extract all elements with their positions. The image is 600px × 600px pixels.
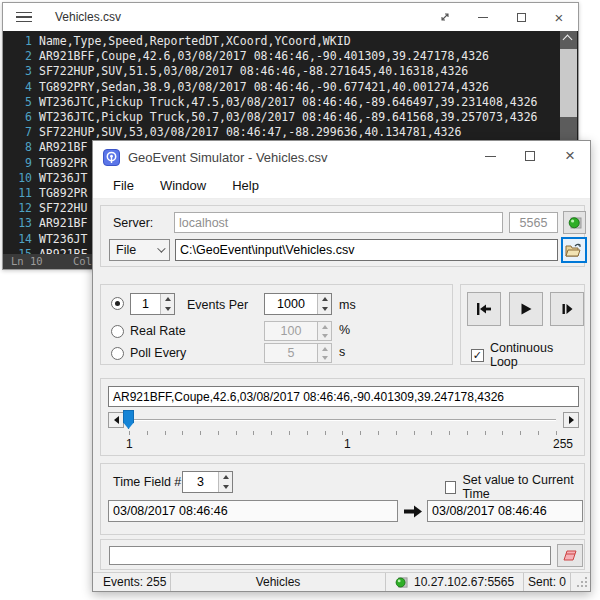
source-type-select[interactable]: File: [109, 239, 170, 261]
real-rate-radio[interactable]: [111, 325, 124, 338]
time-field-spinner[interactable]: 3: [182, 471, 233, 493]
spin-down-icon[interactable]: [161, 304, 174, 314]
interval-ms-spinner[interactable]: 1000: [264, 293, 332, 315]
close-button[interactable]: ×: [550, 141, 590, 171]
set-current-time-checkbox[interactable]: [445, 481, 456, 494]
source-type-value: File: [116, 243, 136, 257]
simulator-titlebar: GeoEvent Simulator - Vehicles.csv ×: [93, 141, 590, 173]
menu-help[interactable]: Help: [232, 178, 259, 193]
rewind-to-start-button[interactable]: [467, 292, 501, 326]
skip-to-start-icon: [475, 301, 493, 317]
event-count-spinner[interactable]: 1: [130, 293, 175, 315]
close-icon: ×: [565, 146, 575, 166]
csv-line: 6WT236JTC,Pickup Truck,50.7,03/08/2017 0…: [3, 110, 578, 125]
set-current-time-option[interactable]: Set value to Current Time: [445, 473, 584, 501]
slider-tick: [378, 431, 379, 435]
connection-status-icon: [568, 216, 582, 230]
spin-down-icon[interactable]: [219, 482, 232, 492]
feed-name: Vehicles: [256, 575, 301, 589]
slider-left-button[interactable]: [108, 412, 124, 428]
minimize-icon: [478, 17, 488, 18]
browse-button[interactable]: [561, 237, 587, 263]
maximize-button[interactable]: [510, 141, 550, 171]
slider-thumb[interactable]: [123, 410, 134, 429]
events-count: Events: 255: [103, 575, 166, 589]
rate-groupbox: 1 Events Per 1000 ms Real Rate 100 % Pol…: [100, 284, 453, 365]
maximize-button[interactable]: [502, 3, 540, 31]
real-rate-spinner[interactable]: 100: [264, 321, 332, 341]
poll-every-radio[interactable]: [111, 347, 124, 360]
clear-button[interactable]: [557, 544, 583, 567]
percent-unit-label: %: [339, 323, 350, 337]
time-to-field[interactable]: 03/08/2017 08:46:46: [427, 500, 583, 522]
resize-grip[interactable]: [576, 576, 588, 588]
line-number: 14: [3, 232, 39, 247]
geoevent-app-icon: [103, 149, 120, 166]
sent-count-segment: Sent: 0: [524, 573, 571, 591]
file-path-input[interactable]: C:\GeoEvent\input\Vehicles.csv: [175, 239, 558, 261]
spin-up-icon[interactable]: [161, 294, 174, 304]
line-number: 9: [3, 156, 39, 171]
endpoint-address: 10.27.102.67:5565: [414, 575, 514, 589]
line-text: AR921BF: [39, 216, 87, 230]
line-number: 6: [3, 110, 39, 125]
continuous-loop-label: Continuous Loop: [490, 341, 584, 369]
seconds-unit-label: s: [339, 345, 345, 359]
csv-line: 7SF722HUP,SUV,53,03/08/2017 08:46:47,-88…: [3, 125, 578, 140]
spin-down-icon[interactable]: [318, 304, 331, 314]
slider-right-button[interactable]: [563, 412, 579, 428]
server-host-input[interactable]: localhost: [174, 212, 503, 233]
spin-up-icon: [318, 322, 331, 331]
line-text: WT236JTC,Pickup Truck,50.7,03/08/2017 08…: [39, 110, 538, 124]
line-number: 5: [3, 95, 39, 110]
slider-ticks: [129, 431, 557, 435]
time-from-field[interactable]: 03/08/2017 08:46:46: [108, 500, 398, 522]
line-number: 15: [3, 247, 39, 254]
line-text: WT236JT: [39, 232, 87, 246]
map-arrow-icon: [403, 505, 423, 518]
spin-down-icon: [318, 331, 331, 340]
line-text: AR921BF: [39, 140, 87, 154]
maximize-icon: [525, 151, 535, 161]
column-indicator: Col: [73, 254, 92, 269]
line-indicator: Ln 10: [11, 254, 43, 269]
line-number: 11: [3, 186, 39, 201]
continuous-loop-option[interactable]: ✓ Continuous Loop: [471, 341, 584, 369]
slider-tick: [147, 431, 148, 435]
menu-file[interactable]: File: [113, 178, 134, 193]
events-per-radio[interactable]: [111, 297, 124, 310]
step-button[interactable]: [550, 292, 584, 326]
events-per-label: Events Per: [187, 298, 248, 312]
slider-tick: [396, 431, 397, 435]
slider-tick: [165, 431, 166, 435]
line-number: 7: [3, 125, 39, 140]
spin-up-icon[interactable]: [219, 472, 232, 482]
scrollbar-thumb[interactable]: [560, 49, 577, 117]
server-port-input[interactable]: 5565: [509, 212, 558, 233]
minimize-button[interactable]: [470, 141, 510, 171]
close-button[interactable]: ×: [540, 3, 578, 31]
line-number: 4: [3, 80, 39, 95]
slider-track[interactable]: [128, 419, 556, 421]
ms-unit-label: ms: [339, 298, 356, 312]
csv-line: 1Name,Type,Speed,ReportedDT,XCoord,YCoor…: [3, 34, 578, 49]
message-log-field[interactable]: [109, 546, 551, 565]
spin-up-icon[interactable]: [318, 294, 331, 304]
connect-button[interactable]: [563, 211, 586, 234]
feed-name-segment: Vehicles: [171, 573, 386, 591]
expand-diagonal-button[interactable]: [426, 3, 464, 31]
spin-down-icon: [318, 353, 331, 362]
continuous-loop-checkbox[interactable]: ✓: [471, 349, 484, 362]
maximize-icon: [517, 13, 526, 22]
play-button[interactable]: [509, 292, 543, 326]
line-text: TG892PR: [39, 156, 87, 170]
slider-min-label: 1: [126, 437, 133, 451]
line-number: 12: [3, 201, 39, 216]
line-text: WT236JT: [39, 171, 87, 185]
menu-window[interactable]: Window: [160, 178, 206, 193]
menu-icon[interactable]: [16, 12, 32, 23]
scroll-up-icon: [563, 35, 573, 45]
poll-seconds-spinner[interactable]: 5: [264, 343, 332, 363]
minimize-button[interactable]: [464, 3, 502, 31]
current-event-field[interactable]: AR921BFF,Coupe,42.6,03/08/2017 08:46:46,…: [108, 386, 579, 407]
